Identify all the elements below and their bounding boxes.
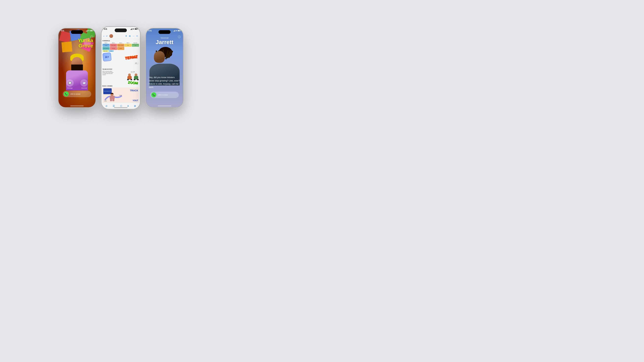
phone-3-inner: 9:41 ⊜ bbox=[146, 28, 183, 107]
svg-rect-14 bbox=[110, 99, 112, 101]
week1-header: Week 1 bbox=[102, 42, 110, 43]
race-course-section: Race Course Annual Soapbox Derby TRACK bbox=[102, 85, 139, 103]
cell-empty2 bbox=[132, 47, 139, 50]
wifi-icon: ⊜ bbox=[88, 30, 90, 31]
grid-button[interactable]: ⊞ bbox=[129, 35, 131, 37]
stickers-area: A+ TERMZ both [ bbox=[102, 53, 139, 68]
answer-circle-3: 📞 bbox=[151, 92, 156, 97]
slide-text-1: slide to answer bbox=[70, 93, 80, 95]
lasso-tool[interactable]: ⊙ bbox=[106, 105, 108, 107]
text-tool[interactable]: ☰ bbox=[113, 105, 115, 107]
user-avatar bbox=[109, 34, 113, 38]
person-face bbox=[154, 51, 165, 63]
phones-container: 9:41 ⊜ bbox=[58, 27, 183, 109]
rider-1 bbox=[126, 73, 132, 80]
contact-name-1: Yurika Grove bbox=[78, 38, 93, 48]
notes-content: Schedule Week 1 Week 2 Week 3 Week 4 Rac… bbox=[102, 39, 140, 103]
phone-1-inner: 9:41 ⊜ bbox=[58, 28, 96, 107]
termz-sticker: TERMZ bbox=[125, 54, 137, 61]
dynamic-island bbox=[71, 30, 83, 34]
week4-header: Week 4 bbox=[124, 42, 132, 43]
undo-button[interactable]: ↩ bbox=[106, 35, 108, 37]
voicemail-label: Voicemail bbox=[146, 37, 183, 39]
derby-text: Annual Soapbox Derby bbox=[104, 91, 111, 92]
notes-bottom-bar: ⊙ ☰ ⬡ A ⊞ bbox=[102, 103, 140, 109]
zoom-sticker: ZOOM bbox=[128, 80, 138, 85]
info-button-3[interactable]: ℹ bbox=[178, 35, 180, 38]
team-visuals: I like both! bbox=[126, 71, 139, 85]
voicemail-app: 9:41 ⊜ bbox=[146, 28, 183, 107]
schedule-section: Schedule Week 1 Week 2 Week 3 Week 4 Rac… bbox=[102, 40, 139, 52]
text-format-tool[interactable]: A bbox=[127, 105, 129, 107]
svg-text:START: START bbox=[104, 100, 107, 102]
rider-characters bbox=[126, 73, 139, 80]
signal-icon bbox=[86, 30, 88, 31]
wifi-icon-2: ⊜ bbox=[133, 28, 134, 30]
cell-raceday: Have fun and come in first! bbox=[132, 44, 139, 47]
i-like-both-note: I like both! bbox=[130, 70, 136, 73]
cell-rebuild: Rebuild bbox=[117, 47, 124, 50]
race-course-title: Race Course bbox=[102, 85, 139, 87]
message-icon: 💬 bbox=[66, 79, 74, 87]
svg-text:FINISH: FINISH bbox=[119, 95, 122, 96]
team-content: Either a one-piece salmon jumpsuit with … bbox=[102, 71, 139, 85]
testing-cell: Testing bbox=[109, 50, 114, 52]
cell-finalize: Finalize design bbox=[110, 44, 117, 47]
battery-icon-3 bbox=[178, 30, 180, 31]
call-buttons-row: 💬 Message 📨 Voicemail bbox=[66, 79, 88, 89]
dynamic-island-2 bbox=[115, 28, 127, 32]
team-outfit-title: Team Outfit bbox=[102, 68, 139, 70]
both-note: both [ bbox=[134, 62, 138, 64]
slide-to-answer-3[interactable]: 📞 slide to answer bbox=[150, 92, 179, 98]
termz-text: TERMZ bbox=[124, 54, 138, 60]
status-time-2: 9:41 bbox=[104, 28, 107, 30]
cell-prelim: Preliminary design meeting bbox=[102, 44, 110, 47]
race-content: Annual Soapbox Derby TRACK START FINISH bbox=[102, 87, 139, 103]
status-icons-2: ⊜ bbox=[130, 28, 138, 30]
home-indicator-3 bbox=[158, 106, 171, 106]
message-button[interactable]: 💬 Message bbox=[66, 79, 74, 89]
team-outfit-section: Team Outfit Either a one-piece salmon ju… bbox=[102, 68, 139, 85]
call-actions: 💬 Message 📨 Voicemail 📞 slide to answer bbox=[58, 79, 96, 97]
cell-refine: Refine bbox=[124, 44, 132, 47]
notes-app: 9:41 ⊜ bbox=[102, 27, 140, 109]
edit-button[interactable]: ✏ bbox=[136, 35, 138, 37]
more-button[interactable]: ··· bbox=[133, 35, 134, 37]
message-label: Message bbox=[67, 87, 72, 89]
media-tool[interactable]: ⊞ bbox=[134, 105, 136, 107]
team-desc-area: Either a one-piece salmon jumpsuit with … bbox=[102, 71, 126, 75]
slide-to-answer-1[interactable]: 📞 slide to answer bbox=[63, 91, 91, 97]
info-button-1[interactable]: ℹ bbox=[90, 35, 93, 38]
team-description: Either a one-piece salmon jumpsuit with … bbox=[102, 71, 114, 75]
phone-2: 9:41 ⊜ bbox=[102, 27, 140, 109]
schedule-table: Week 1 Week 2 Week 3 Week 4 Race Day Pre… bbox=[102, 42, 139, 50]
cell-submit: Submit application bbox=[102, 47, 110, 50]
home-indicator-1 bbox=[70, 106, 84, 106]
back-button[interactable]: ‹ bbox=[104, 35, 104, 37]
cell-shop: Shop for materials bbox=[117, 44, 124, 47]
status-icons-1: ⊜ bbox=[86, 30, 93, 31]
battery-icon bbox=[90, 30, 93, 31]
phone-1: 9:41 ⊜ bbox=[58, 28, 96, 107]
phone-2-inner: 9:41 ⊜ bbox=[102, 27, 140, 109]
week3-header: Week 3 bbox=[117, 42, 124, 43]
voicemail-message-text: Hey, did you know lobsters never stop gr… bbox=[149, 76, 180, 89]
race-character bbox=[108, 93, 116, 103]
share-button[interactable]: ⬆ bbox=[125, 35, 127, 37]
contact-first-name: Yurika bbox=[78, 38, 93, 43]
budget-row: Make budget Testing bbox=[102, 50, 139, 52]
answer-circle-1: 📞 bbox=[64, 91, 69, 96]
voicemail-contact-name: Jarrett bbox=[146, 39, 183, 45]
schedule-title: Schedule bbox=[102, 40, 139, 41]
signal-icon-3 bbox=[174, 30, 175, 31]
status-time-1: 9:41 bbox=[61, 30, 64, 32]
rider-2 bbox=[133, 73, 139, 80]
svg-rect-15 bbox=[112, 99, 114, 101]
layout-label: YOUT bbox=[133, 99, 138, 102]
voicemail-button[interactable]: 📨 Voicemail bbox=[80, 79, 88, 89]
home-indicator-2 bbox=[114, 107, 128, 108]
track-label: TRACK bbox=[130, 89, 138, 92]
shapes-tool[interactable]: ⬡ bbox=[120, 105, 122, 107]
contact-last-name: Grove bbox=[78, 43, 93, 48]
status-time-3: 9:41 bbox=[148, 30, 152, 32]
